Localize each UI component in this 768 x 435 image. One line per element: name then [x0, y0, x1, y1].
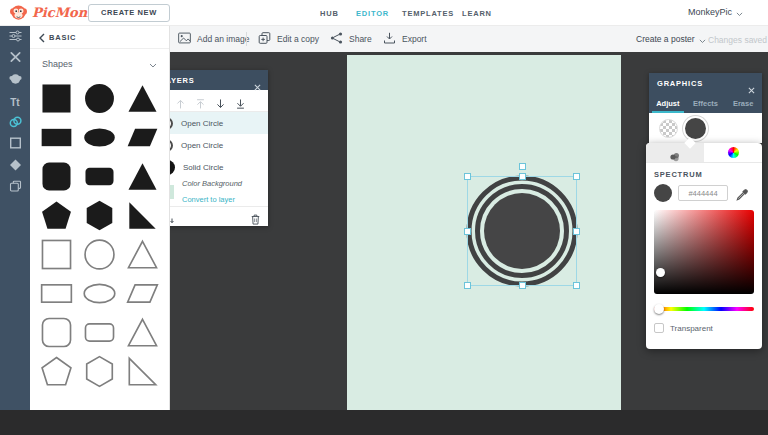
shape-outline-triangle[interactable]	[121, 235, 164, 274]
shape-filled-square[interactable]	[35, 79, 78, 118]
transparent-label: Transparent	[670, 324, 713, 333]
create-poster-dropdown[interactable]: Create a poster	[636, 26, 706, 52]
shape-outline-hexagon[interactable]	[78, 352, 121, 391]
hex-color-input[interactable]	[678, 185, 728, 201]
shape-outline-circle[interactable]	[78, 235, 121, 274]
side-nav: Tt	[0, 26, 30, 410]
shape-outline-rounded-rectangle[interactable]	[78, 313, 121, 352]
share-icon	[330, 32, 343, 46]
export-icon	[383, 32, 396, 46]
sidebar-item-themes[interactable]	[0, 177, 30, 199]
shape-outline-pentagon[interactable]	[35, 352, 78, 391]
shape-filled-right-triangle[interactable]	[121, 196, 164, 235]
account-menu[interactable]: MonkeyPic	[688, 7, 743, 17]
tab-erase[interactable]: Erase	[724, 93, 762, 113]
shape-outline-square[interactable]	[35, 235, 78, 274]
shape-filled-circle[interactable]	[78, 79, 121, 118]
sidebar-item-textures[interactable]	[0, 155, 30, 177]
color-picker-dot[interactable]	[656, 268, 665, 277]
rotate-handle[interactable]	[519, 163, 526, 170]
sidebar-item-touch-up[interactable]	[0, 48, 30, 70]
close-icon[interactable]	[254, 77, 261, 84]
nav-editor[interactable]: EDITOR	[356, 9, 389, 18]
layer-label: Color Background	[182, 179, 242, 188]
color-picker-tabs	[646, 143, 762, 163]
resize-handle-bottom-right[interactable]	[573, 282, 580, 289]
shape-outline-rounded-square[interactable]	[35, 313, 78, 352]
shape-outline-rectangle[interactable]	[35, 274, 78, 313]
sidebar-item-text[interactable]: Tt	[0, 91, 30, 113]
shape-filled-parallelogram[interactable]	[121, 118, 164, 157]
document-toolbar: Add an image Edit a copy Share Export Cr…	[170, 26, 768, 52]
selection-box[interactable]	[467, 176, 577, 286]
hue-track[interactable]	[654, 307, 754, 311]
edit-copy-button[interactable]: Edit a copy	[258, 26, 319, 52]
color-picker-popover: SPECTRUM Transparent	[646, 143, 762, 349]
transparent-checkbox[interactable]	[654, 323, 664, 333]
bottom-bar: 20%	[0, 410, 768, 435]
effects-icon	[9, 71, 22, 89]
convert-to-layer-link[interactable]: Convert to layer	[182, 195, 235, 204]
hex-row	[646, 184, 762, 202]
tab-effects[interactable]: Effects	[687, 93, 725, 113]
move-layer-down-button[interactable]	[216, 95, 225, 106]
changes-saved-status: Changes saved	[708, 35, 767, 45]
sidebar-item-basic-edits[interactable]	[0, 26, 30, 48]
back-to-basic-button[interactable]: BASIC	[30, 26, 169, 49]
eyedropper-icon[interactable]	[736, 187, 748, 199]
chevron-down-icon	[149, 60, 157, 68]
shape-outline-ellipse[interactable]	[78, 274, 121, 313]
shape-outline-parallelogram[interactable]	[121, 274, 164, 313]
resize-handle-right[interactable]	[573, 228, 580, 235]
shape-filled-triangle[interactable]	[121, 157, 164, 196]
shape-filled-pentagon[interactable]	[35, 196, 78, 235]
resize-handle-left[interactable]	[464, 228, 471, 235]
sidebar-item-frames[interactable]	[0, 134, 30, 156]
shape-outline-triangle[interactable]	[121, 313, 164, 352]
move-layer-to-bottom-button[interactable]	[236, 95, 245, 106]
nav-hub[interactable]: HUB	[320, 9, 339, 18]
toolbar-divider	[246, 32, 247, 46]
shapes-category-dropdown[interactable]: Shapes	[30, 49, 169, 79]
shape-filled-hexagon[interactable]	[78, 196, 121, 235]
transparent-option[interactable]: Transparent	[654, 323, 762, 333]
nav-learn[interactable]: LEARN	[462, 9, 492, 18]
copy-icon	[258, 32, 271, 46]
share-button[interactable]: Share	[330, 26, 372, 52]
add-image-button[interactable]: Add an image	[178, 26, 249, 52]
add-image-label: Add an image	[197, 34, 249, 44]
text-icon: Tt	[10, 92, 19, 110]
delete-layer-button[interactable]	[251, 211, 260, 222]
shape-filled-triangle[interactable]	[121, 79, 164, 118]
resize-handle-bottom[interactable]	[519, 282, 526, 289]
current-color-swatch[interactable]	[685, 118, 706, 139]
resize-handle-top-left[interactable]	[464, 173, 471, 180]
resize-handle-top[interactable]	[519, 173, 526, 180]
create-new-button[interactable]: CREATE NEW	[88, 4, 170, 22]
resize-handle-bottom-left[interactable]	[464, 282, 471, 289]
shape-outline-right-triangle[interactable]	[121, 352, 164, 391]
shape-grid	[30, 79, 169, 391]
close-icon[interactable]	[748, 80, 755, 87]
nav-templates[interactable]: TEMPLATES	[402, 9, 454, 18]
tab-swatches[interactable]	[646, 143, 704, 162]
tab-adjust[interactable]: Adjust	[649, 93, 687, 113]
tab-color-wheel[interactable]	[704, 143, 762, 162]
layer-label: Open Circle	[181, 119, 223, 128]
move-layer-to-top-button[interactable]	[196, 95, 205, 106]
sidebar-item-graphics[interactable]	[0, 112, 30, 134]
export-button[interactable]: Export	[383, 26, 427, 52]
move-layer-up-button[interactable]	[176, 95, 185, 106]
hue-slider[interactable]	[654, 304, 754, 314]
sidebar-item-effects[interactable]	[0, 69, 30, 91]
chevron-down-icon	[736, 9, 743, 16]
shape-filled-rectangle[interactable]	[35, 118, 78, 157]
transparent-swatch[interactable]	[659, 119, 678, 138]
shape-filled-rounded-square[interactable]	[35, 157, 78, 196]
graphics-panel-header[interactable]: GRAPHICS	[649, 73, 762, 93]
saturation-brightness-picker[interactable]	[654, 210, 754, 294]
shape-filled-ellipse[interactable]	[78, 118, 121, 157]
resize-handle-top-right[interactable]	[573, 173, 580, 180]
shape-filled-rounded-rectangle[interactable]	[78, 157, 121, 196]
hue-handle[interactable]	[654, 304, 664, 314]
